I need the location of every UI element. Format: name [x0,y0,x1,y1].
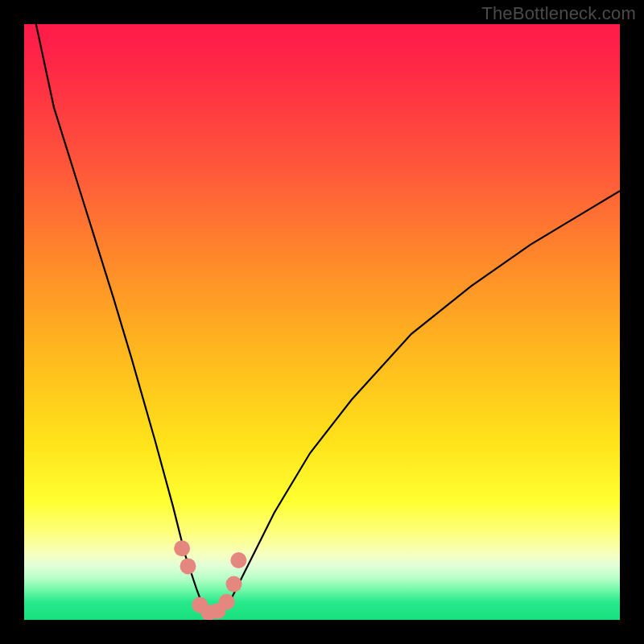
curve-group [36,24,620,614]
marker-point [226,576,242,592]
highlighted-points [174,540,246,620]
marker-point [174,540,190,556]
marker-point [219,594,235,610]
marker-point [180,558,196,574]
marker-point [230,552,246,568]
bottleneck-curve [36,24,620,614]
watermark-text: TheBottleneck.com [481,3,636,24]
plot-area [24,24,620,620]
bottleneck-chart [24,24,620,620]
chart-frame: TheBottleneck.com [0,0,644,644]
